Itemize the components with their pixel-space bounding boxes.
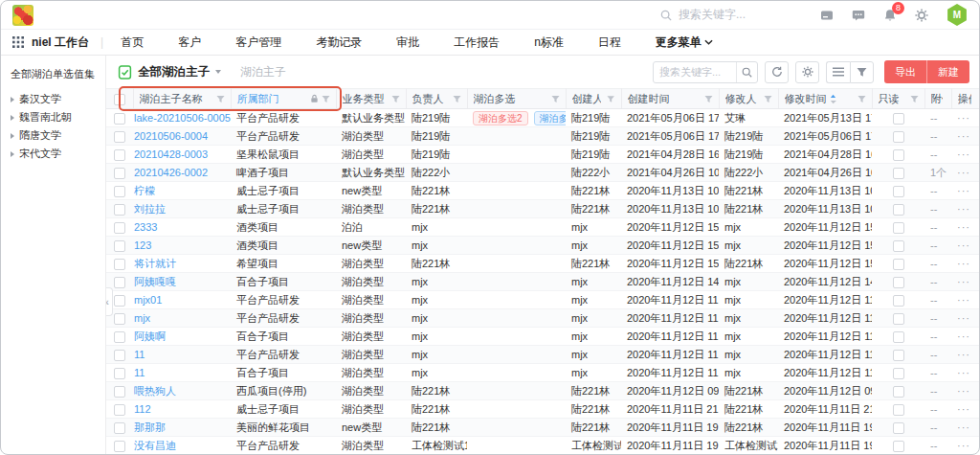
- table-row[interactable]: 阿姨嘎嘎百合子项目湖泊类型mjxmjx2020年11月12日 14:38mjx2…: [106, 273, 979, 291]
- table-row[interactable]: 20210426-0002啤酒子项目默认业务类型陆222小陆222小2021年0…: [106, 164, 979, 182]
- filter-icon[interactable]: [551, 95, 560, 103]
- row-checkbox[interactable]: [114, 277, 125, 288]
- gear-icon[interactable]: [915, 9, 928, 22]
- view-selector[interactable]: 全部湖泊主子: [138, 64, 221, 80]
- filter-icon[interactable]: [858, 95, 866, 103]
- row-actions[interactable]: ···: [951, 437, 979, 455]
- readonly-checkbox[interactable]: [893, 277, 904, 288]
- sidebar-item-2[interactable]: 魏晋南北朝: [11, 108, 96, 126]
- row-actions[interactable]: ···: [951, 164, 979, 182]
- record-link[interactable]: 喂热狗人: [134, 385, 176, 397]
- record-link[interactable]: 123: [134, 239, 151, 251]
- readonly-checkbox[interactable]: [893, 331, 904, 343]
- row-actions[interactable]: ···: [951, 182, 979, 200]
- notebook-icon[interactable]: [820, 9, 834, 22]
- row-actions[interactable]: ···: [951, 346, 979, 364]
- table-row[interactable]: 刘拉拉威士忌子项目湖泊类型陆221林陆221林2020年11月13日 10:30…: [106, 200, 979, 218]
- record-link[interactable]: 刘拉拉: [134, 203, 166, 215]
- col-header-multi[interactable]: 湖泊多选: [467, 89, 566, 109]
- readonly-checkbox[interactable]: [893, 441, 904, 452]
- record-link[interactable]: 没有昌迪: [134, 440, 176, 451]
- table-row[interactable]: 112威士忌子项目湖泊类型陆221林陆221林2020年11月11日 21:19…: [106, 400, 979, 419]
- table-row[interactable]: 11平台产品研发湖泊类型mjxmjx2020年11月12日 11:11mjx20…: [106, 346, 979, 364]
- select-all-checkbox[interactable]: [114, 94, 125, 105]
- nav-item-6[interactable]: 工作报告: [454, 34, 500, 51]
- table-row[interactable]: 那那那美丽的鲜花项目new类型陆221林陆221林2020年11月11日 19:…: [106, 419, 979, 437]
- readonly-checkbox[interactable]: [893, 404, 904, 416]
- row-checkbox[interactable]: [114, 331, 125, 343]
- table-row[interactable]: mjx平台产品研发湖泊类型mjxmjx2020年11月12日 11:44mjx2…: [106, 309, 979, 328]
- row-actions[interactable]: ···: [951, 419, 979, 437]
- sort-icon[interactable]: [830, 94, 836, 104]
- row-actions[interactable]: ···: [951, 146, 979, 164]
- sidebar-item-3[interactable]: 隋唐文学: [11, 126, 96, 145]
- row-checkbox[interactable]: [114, 113, 125, 125]
- col-header-dept[interactable]: 所属部门: [231, 89, 336, 109]
- nav-item-2[interactable]: 客户: [178, 34, 201, 51]
- col-header-creator[interactable]: 创建人: [566, 89, 621, 109]
- col-header-readonly[interactable]: 只读: [872, 89, 924, 109]
- table-row[interactable]: lake-20210506-0005平台产品研发默认业务类型陆219陆湖泊多选2…: [106, 109, 979, 127]
- table-row[interactable]: mjx01平台产品研发湖泊类型mjxmjx2020年11月12日 11:46mj…: [106, 291, 979, 309]
- row-actions[interactable]: ···: [951, 255, 979, 273]
- table-row[interactable]: 没有昌迪平台产品研发湖泊类型工体检测试1工体检测试12020年11月11日 19…: [106, 437, 979, 455]
- table-row[interactable]: 阿姨啊百合子项目湖泊类型mjxmjx2020年11月12日 11:16mjx20…: [106, 328, 979, 346]
- nav-more-menu[interactable]: 更多菜单: [656, 34, 713, 51]
- col-header-attach[interactable]: 附件: [924, 89, 951, 109]
- filter-icon[interactable]: [910, 95, 919, 103]
- table-row[interactable]: 20210428-0003坚果松鼠项目湖泊类型陆219陆陆219陆2021年04…: [106, 146, 979, 164]
- row-checkbox[interactable]: [114, 422, 125, 434]
- record-link[interactable]: 11: [134, 349, 145, 360]
- row-checkbox[interactable]: [114, 259, 125, 270]
- row-checkbox[interactable]: [114, 441, 125, 452]
- list-view-button[interactable]: [826, 61, 850, 83]
- row-actions[interactable]: ···: [951, 382, 979, 400]
- record-link[interactable]: 20210426-0002: [134, 167, 208, 178]
- record-link[interactable]: 20210506-0004: [134, 130, 208, 142]
- col-header-owner[interactable]: 负责人: [406, 89, 467, 109]
- readonly-checkbox[interactable]: [893, 113, 904, 125]
- filter-icon[interactable]: [216, 95, 225, 103]
- readonly-checkbox[interactable]: [893, 386, 904, 398]
- readonly-checkbox[interactable]: [893, 350, 904, 361]
- row-checkbox[interactable]: [114, 368, 125, 379]
- filter-icon[interactable]: [322, 95, 330, 103]
- readonly-checkbox[interactable]: [893, 422, 904, 434]
- row-checkbox[interactable]: [114, 386, 125, 398]
- readonly-checkbox[interactable]: [893, 204, 904, 216]
- row-actions[interactable]: ···: [951, 237, 979, 255]
- row-checkbox[interactable]: [114, 168, 125, 179]
- col-header-ctime[interactable]: 创建时间: [621, 89, 719, 109]
- record-link[interactable]: 那那那: [134, 421, 166, 433]
- row-actions[interactable]: ···: [951, 218, 979, 237]
- filter-icon[interactable]: [453, 95, 461, 103]
- create-button[interactable]: 新建: [927, 60, 969, 83]
- refresh-button[interactable]: [765, 61, 789, 83]
- readonly-checkbox[interactable]: [893, 222, 904, 234]
- table-row[interactable]: 11百合子项目湖泊类型mjxmjx2020年11月12日 11:04mjx202…: [106, 364, 979, 382]
- record-link[interactable]: 将计就计: [134, 258, 176, 269]
- row-checkbox[interactable]: [114, 404, 125, 416]
- row-checkbox[interactable]: [114, 313, 125, 325]
- sidebar-collapse-handle[interactable]: «: [106, 287, 113, 316]
- table-row[interactable]: 将计就计希望项目湖泊类型陆221林陆221林2020年11月12日 15:15陆…: [106, 255, 979, 273]
- table-row[interactable]: 20210506-0004平台产品研发湖泊类型陆219陆陆219陆2021年05…: [106, 127, 979, 146]
- record-link[interactable]: 112: [134, 403, 151, 415]
- workspace-title[interactable]: niel 工作台: [32, 34, 89, 51]
- global-search[interactable]: 搜索关键字...: [660, 7, 746, 23]
- row-checkbox[interactable]: [114, 240, 125, 252]
- row-actions[interactable]: ···: [951, 328, 979, 346]
- readonly-checkbox[interactable]: [893, 186, 904, 197]
- row-actions[interactable]: ···: [951, 291, 979, 309]
- table-row[interactable]: 123酒类项目new类型mjxmjx2020年11月12日 15:25mjx20…: [106, 237, 979, 255]
- filter-icon[interactable]: [607, 95, 614, 103]
- table-settings-button[interactable]: [795, 61, 819, 83]
- record-link[interactable]: mjx01: [134, 294, 162, 306]
- row-checkbox[interactable]: [114, 131, 125, 143]
- record-link[interactable]: 阿姨嘎嘎: [134, 276, 176, 287]
- bell-icon[interactable]: 8: [883, 9, 897, 22]
- col-header-mtime[interactable]: 修改时间: [778, 89, 872, 109]
- row-checkbox[interactable]: [114, 149, 125, 161]
- row-actions[interactable]: ···: [951, 109, 979, 127]
- nav-item-5[interactable]: 审批: [396, 34, 419, 51]
